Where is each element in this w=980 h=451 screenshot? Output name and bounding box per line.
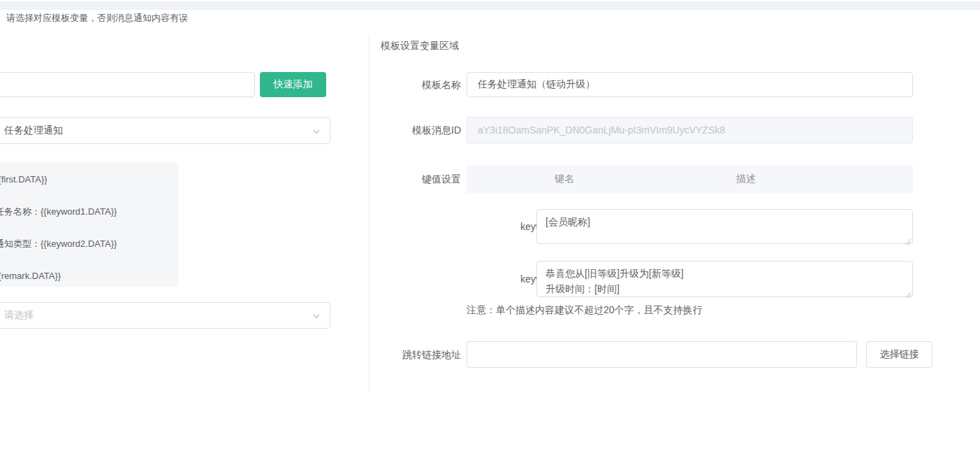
kv-column-desc-header: 描述 bbox=[669, 173, 823, 185]
quick-add-button[interactable]: 快速添加 bbox=[260, 72, 326, 97]
chevron-down-icon bbox=[312, 127, 321, 138]
choose-link-button[interactable]: 选择链接 bbox=[866, 341, 933, 368]
kv-row-desc-keyword2[interactable]: 恭喜您从[旧等级]升级为[新等级] 升级时间：[时间] bbox=[536, 261, 913, 297]
top-bar bbox=[0, 1, 980, 10]
warning-text: 请选择对应模板变量，否则消息通知内容有误 bbox=[6, 13, 188, 24]
variable-select[interactable]: 请选择 bbox=[0, 302, 330, 329]
template-msg-id-input bbox=[467, 117, 913, 143]
preview-line-keyword1: 任务名称：{{keyword1.DATA}} bbox=[0, 205, 171, 219]
template-name-input[interactable] bbox=[467, 72, 913, 97]
template-preview-box: {{first.DATA}} 任务名称：{{keyword1.DATA}} 通知… bbox=[0, 162, 178, 287]
section-title: 模板设置变量区域 bbox=[381, 40, 459, 52]
template-type-select[interactable]: 任务处理通知 bbox=[0, 117, 330, 144]
kv-row-desc-keyword1[interactable]: [会员昵称] bbox=[536, 209, 913, 244]
chevron-down-icon bbox=[312, 311, 321, 323]
kv-column-key-header: 键名 bbox=[509, 173, 620, 185]
jump-link-label: 跳转链接地址 bbox=[363, 349, 461, 361]
template-config-page: 请选择对应模板变量，否则消息通知内容有误 快速添加 任务处理通知 {{first… bbox=[0, 0, 980, 451]
template-type-select-value: 任务处理通知 bbox=[4, 124, 63, 137]
kv-table-header: 键名 描述 bbox=[467, 165, 913, 193]
template-name-label: 模板名称 bbox=[363, 79, 461, 92]
variable-select-placeholder: 请选择 bbox=[4, 309, 34, 322]
quick-add-input[interactable] bbox=[0, 72, 255, 97]
preview-line-first: {{first.DATA}} bbox=[0, 173, 171, 187]
template-msg-id-label: 模板消息ID bbox=[363, 124, 461, 137]
jump-link-input[interactable] bbox=[467, 341, 857, 368]
preview-line-remark: {{remark.DATA}} bbox=[0, 269, 171, 283]
preview-line-keyword2: 通知类型：{{keyword2.DATA}} bbox=[0, 237, 171, 251]
kv-settings-label: 键值设置 bbox=[363, 173, 461, 186]
kv-note: 注意：单个描述内容建议不超过20个字，且不支持换行 bbox=[467, 303, 703, 317]
